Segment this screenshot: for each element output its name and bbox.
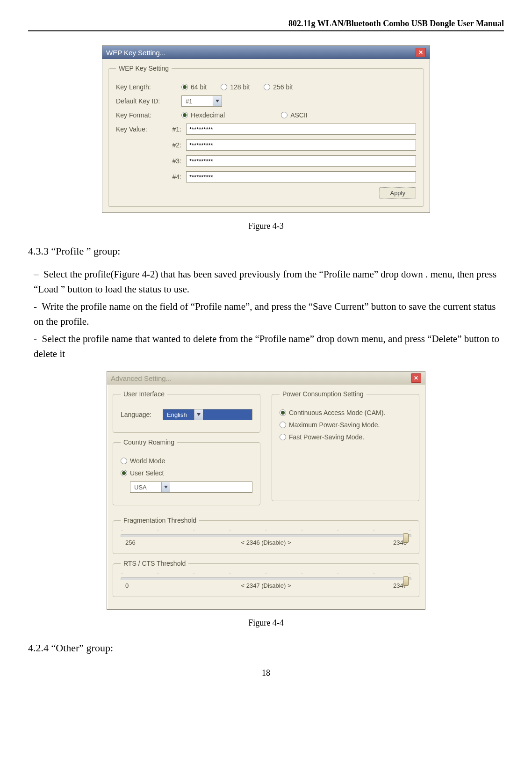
rts-fieldset: RTS / CTS Threshold ''''''''' '''''''' 0… (113, 560, 419, 597)
radio-selected-icon (121, 470, 127, 476)
language-row: Language: English (121, 409, 252, 420)
ui-legend: User Interface (121, 390, 167, 398)
default-key-row: Default Key ID: #1 (116, 95, 416, 107)
radio-selected-icon (280, 409, 286, 416)
country-fieldset: Country Roaming World Mode User Select U… (113, 438, 260, 505)
world-mode-radio[interactable]: World Mode (121, 457, 252, 465)
radio-empty-icon (280, 434, 286, 440)
chevron-down-icon (213, 96, 222, 106)
key1-row: Key Value: #1: (116, 124, 416, 135)
page-header: 802.11g WLAN/Bluetooth Combo USB Dongle … (28, 19, 504, 29)
key2-input[interactable] (186, 139, 416, 151)
key3-input[interactable] (186, 155, 416, 167)
svg-marker-2 (164, 486, 168, 489)
wep-fieldset: WEP Key Setting Key Length: 64 bit 128 b… (108, 65, 424, 207)
slider-track (121, 534, 411, 537)
key3-label: #3: (163, 157, 181, 165)
key-length-128[interactable]: 128 bit (221, 83, 250, 91)
key-length-row: Key Length: 64 bit 128 bit 256 bit (116, 83, 416, 91)
key1-label: #1: (163, 125, 181, 133)
opt-128-label: 128 bit (230, 83, 250, 91)
ascii-label: ASCII (290, 111, 308, 119)
radio-empty-icon (121, 458, 127, 464)
power-fast-label: Fast Power-Saving Mode. (289, 433, 364, 441)
frag-mid: < 2346 (Disable) > (241, 539, 291, 546)
radio-empty-icon (280, 422, 286, 428)
frag-min: 256 (125, 539, 136, 546)
apply-button[interactable]: Apply (379, 187, 416, 199)
page-number: 18 (28, 668, 504, 678)
key4-input[interactable] (186, 171, 416, 182)
default-key-value: #1 (182, 98, 213, 105)
frag-slider[interactable]: ''''''''' '''''''' (121, 531, 411, 537)
power-cam-label: Continuous Access Mode (CAM). (289, 409, 385, 416)
opt-256-label: 256 bit (273, 83, 293, 91)
key2-label: #2: (163, 141, 181, 149)
rts-slider[interactable]: ''''''''' '''''''' (121, 574, 411, 580)
key-format-ascii[interactable]: ASCII (281, 111, 308, 119)
key3-row: #3: (116, 155, 416, 167)
frag-fieldset: Fragmentation Threshold ''''''''' ''''''… (113, 517, 419, 554)
language-label: Language: (121, 411, 163, 418)
rts-labels: 0 < 2347 (Disable) > 2347 (125, 582, 407, 589)
power-cam-radio[interactable]: Continuous Access Mode (CAM). (280, 409, 411, 416)
key4-label: #4: (163, 173, 181, 181)
rts-min: 0 (125, 582, 129, 589)
rts-mid: < 2347 (Disable) > (241, 582, 291, 589)
language-select[interactable]: English (163, 409, 252, 420)
slider-thumb-icon[interactable] (403, 533, 409, 543)
radio-empty-icon (264, 84, 270, 90)
language-value: English (163, 411, 194, 418)
power-fieldset: Power Consumption Setting Continuous Acc… (272, 390, 419, 501)
key-length-256[interactable]: 256 bit (264, 83, 293, 91)
ui-fieldset: User Interface Language: English (113, 390, 260, 433)
country-select[interactable]: USA (130, 481, 252, 493)
key-format-hex[interactable]: Hexdecimal (181, 111, 225, 119)
bullet-2-text: Write the profile name on the field of “… (34, 301, 496, 327)
bullet-1-text: Select the profile(Figure 4-2) that has … (34, 269, 496, 295)
key2-row: #2: (116, 139, 416, 151)
apply-row: Apply (116, 187, 416, 199)
frag-labels: 256 < 2346 (Disable) > 2346 (125, 539, 407, 546)
user-select-radio[interactable]: User Select (121, 469, 252, 477)
figure-4-3-caption: Figure 4-3 (28, 221, 504, 231)
bullet-3-text: Select the profile name that wanted to d… (34, 333, 499, 359)
key-length-label: Key Length: (116, 83, 181, 91)
slider-thumb-icon[interactable] (403, 576, 409, 586)
wep-dialog: WEP Key Setting... ✕ WEP Key Setting Key… (102, 45, 430, 213)
country-legend: Country Roaming (121, 438, 177, 446)
adv-body: User Interface Language: English Country… (107, 385, 425, 511)
key-format-label: Key Format: (116, 111, 181, 119)
country-select-row: USA (121, 481, 252, 493)
figure-4-4-caption: Figure 4-4 (28, 618, 504, 628)
svg-marker-1 (197, 413, 201, 416)
key-format-row: Key Format: Hexdecimal ASCII (116, 111, 416, 119)
slider-track (121, 577, 411, 580)
key1-input[interactable] (186, 124, 416, 135)
profile-group-list: – Select the profile(Figure 4-2) that ha… (28, 267, 504, 361)
svg-marker-0 (216, 100, 219, 102)
world-mode-label: World Mode (130, 457, 165, 465)
opt-64-label: 64 bit (191, 83, 207, 91)
power-max-radio[interactable]: Maximum Power-Saving Mode. (280, 421, 411, 429)
bullet-1: – Select the profile(Figure 4-2) that ha… (34, 267, 504, 297)
chevron-down-icon (194, 409, 203, 420)
bullet-3: - Select the profile name that wanted to… (34, 332, 504, 361)
slider-ticks: ''''''''' '''''''' (121, 531, 411, 533)
close-icon[interactable]: ✕ (411, 373, 421, 383)
wep-group-legend: WEP Key Setting (116, 65, 172, 72)
header-rule (28, 30, 504, 31)
frag-legend: Fragmentation Threshold (121, 517, 199, 524)
power-fast-radio[interactable]: Fast Power-Saving Mode. (280, 433, 411, 441)
chevron-down-icon (161, 482, 170, 492)
adv-title: Advanced Setting... (111, 374, 172, 382)
country-value: USA (130, 484, 161, 491)
key-length-64[interactable]: 64 bit (181, 83, 207, 91)
close-icon[interactable]: ✕ (416, 48, 426, 57)
adv-titlebar: Advanced Setting... ✕ (107, 372, 425, 385)
radio-selected-icon (181, 112, 188, 118)
bullet-2: - Write the profile name on the field of… (34, 299, 504, 329)
wep-title: WEP Key Setting... (106, 49, 165, 57)
section-4-2-4-heading: 4.2.4 “Other” group: (28, 642, 504, 654)
default-key-select[interactable]: #1 (181, 95, 222, 107)
